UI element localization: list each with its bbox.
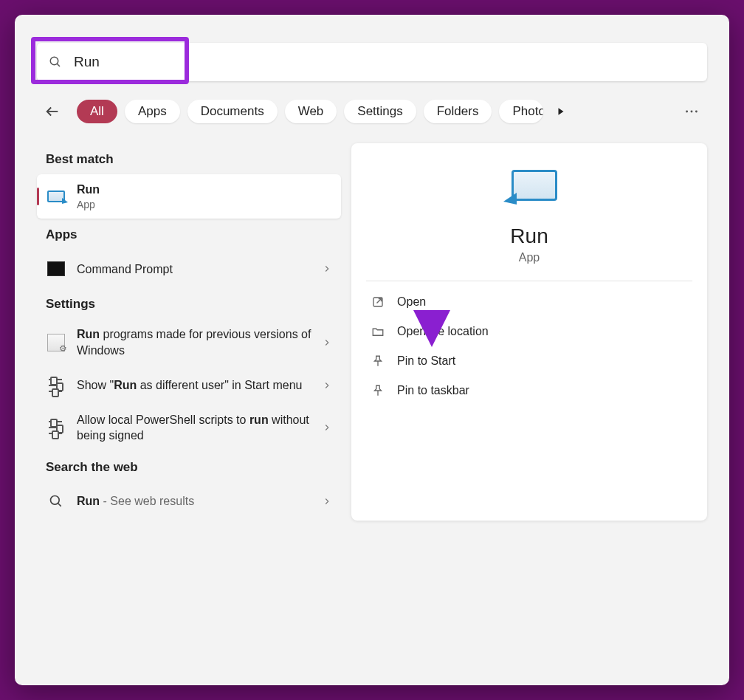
filter-settings[interactable]: Settings xyxy=(344,100,416,123)
chevron-right-icon xyxy=(322,264,332,274)
filter-all[interactable]: All xyxy=(77,100,117,123)
action-label: Open file location xyxy=(397,325,489,338)
svg-point-6 xyxy=(695,111,698,113)
scroll-right-button[interactable] xyxy=(551,101,571,122)
action-pin-to-taskbar[interactable]: Pin to taskbar xyxy=(366,376,692,405)
svg-line-8 xyxy=(58,503,61,506)
chevron-right-icon xyxy=(322,337,332,348)
svg-point-0 xyxy=(50,57,58,65)
settings-icon xyxy=(44,374,68,397)
compat-icon xyxy=(44,331,68,354)
search-icon xyxy=(44,490,68,513)
action-label: Pin to Start xyxy=(397,354,455,368)
result-title: Show "Run as different user" in Start me… xyxy=(77,377,317,394)
filter-photos[interactable]: Photos xyxy=(499,100,543,123)
result-title: Run - See web results xyxy=(77,493,317,509)
section-apps: Apps xyxy=(46,227,341,242)
svg-point-4 xyxy=(686,111,688,113)
search-bar[interactable] xyxy=(37,43,707,81)
result-compat-programs[interactable]: Run programs made for previous versions … xyxy=(37,319,341,366)
action-open[interactable]: Open xyxy=(366,287,692,317)
chevron-right-icon xyxy=(322,496,332,507)
filter-apps[interactable]: Apps xyxy=(125,100,180,123)
action-pin-to-start[interactable]: Pin to Start xyxy=(366,346,692,376)
run-icon xyxy=(44,185,68,208)
results-area: Best match Run App Apps Command Prompt S… xyxy=(37,143,707,521)
result-web-search[interactable]: Run - See web results xyxy=(37,482,341,521)
settings-icon xyxy=(44,416,68,439)
search-input[interactable] xyxy=(74,54,707,70)
action-label: Open xyxy=(397,295,426,309)
result-title: Run xyxy=(77,182,332,198)
pin-icon xyxy=(371,354,385,368)
results-list: Best match Run App Apps Command Prompt S… xyxy=(37,143,341,521)
result-run-as-different-user[interactable]: Show "Run as different user" in Start me… xyxy=(37,366,341,405)
preview-title: Run xyxy=(510,224,548,248)
filter-web[interactable]: Web xyxy=(285,100,337,123)
svg-line-1 xyxy=(57,64,60,66)
result-title: Command Prompt xyxy=(77,261,317,278)
chevron-right-icon xyxy=(322,380,332,391)
filter-folders[interactable]: Folders xyxy=(424,100,492,123)
svg-point-5 xyxy=(691,111,693,113)
chevron-right-icon xyxy=(322,422,332,433)
preview-pane: Run App Open Open file location xyxy=(351,143,707,521)
section-best-match: Best match xyxy=(46,152,341,167)
result-title: Run programs made for previous versions … xyxy=(77,326,317,358)
filter-row: All Apps Documents Web Settings Folders … xyxy=(38,97,707,126)
more-button[interactable] xyxy=(683,103,700,120)
folder-icon xyxy=(371,324,385,339)
svg-marker-3 xyxy=(559,108,564,114)
back-button[interactable] xyxy=(38,97,66,126)
section-web: Search the web xyxy=(46,460,341,475)
section-settings: Settings xyxy=(46,297,341,312)
filter-documents[interactable]: Documents xyxy=(187,100,278,123)
pin-icon xyxy=(371,383,385,398)
action-open-file-location[interactable]: Open file location xyxy=(366,317,692,346)
divider xyxy=(366,281,692,281)
result-powershell-scripts[interactable]: Allow local PowerShell scripts to run wi… xyxy=(37,405,341,451)
action-label: Pin to taskbar xyxy=(397,384,469,397)
result-command-prompt[interactable]: Command Prompt xyxy=(37,250,341,288)
svg-point-7 xyxy=(51,495,60,504)
result-run-app[interactable]: Run App xyxy=(37,174,341,219)
cmd-icon xyxy=(44,257,68,281)
result-subtitle: App xyxy=(77,198,332,212)
run-icon-large xyxy=(501,170,557,208)
open-icon xyxy=(371,295,385,309)
search-window: All Apps Documents Web Settings Folders … xyxy=(15,15,729,685)
result-title: Allow local PowerShell scripts to run wi… xyxy=(77,412,317,444)
search-icon xyxy=(37,43,74,81)
preview-subtitle: App xyxy=(519,251,540,264)
